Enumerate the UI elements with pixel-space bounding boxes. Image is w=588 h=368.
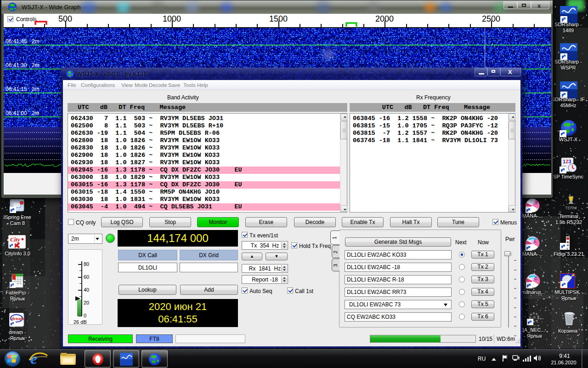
svg-text:TERM: TERM xyxy=(565,206,577,210)
svg-text:3: 3 xyxy=(535,200,537,205)
svg-text:City: City xyxy=(10,236,20,243)
svg-text:L: L xyxy=(534,239,537,243)
svg-text:dream: dream xyxy=(11,316,24,321)
svg-text:C: C xyxy=(534,276,537,281)
svg-text:123: 123 xyxy=(563,159,571,164)
